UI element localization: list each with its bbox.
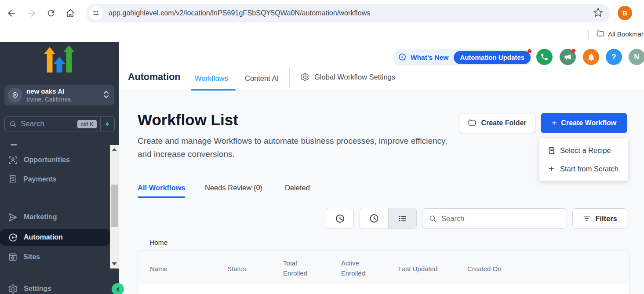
whats-new-icon xyxy=(398,53,407,62)
workflow-search-input[interactable]: Search xyxy=(422,208,567,229)
workflow-table: Name Status Total Enrolled Active Enroll… xyxy=(138,250,629,294)
view-toggle xyxy=(360,208,417,229)
scrollbar-thumb[interactable] xyxy=(111,185,118,227)
sidebar-divider xyxy=(8,198,101,198)
url-bar[interactable]: app.gohighlevel.com/v2/location/lnPS691g… xyxy=(86,4,610,22)
plus-icon: + xyxy=(547,163,556,174)
sites-icon xyxy=(8,252,18,262)
sidebar-item-automation[interactable]: Automation xyxy=(0,229,110,246)
notifications-button[interactable] xyxy=(583,49,599,65)
scrolled-item-fragment xyxy=(11,144,17,145)
list-icon xyxy=(397,213,408,224)
account-switcher[interactable]: new oaks AI Irvine, California xyxy=(4,85,114,105)
gohighlevel-logo xyxy=(44,45,75,75)
account-name: new oaks AI xyxy=(26,87,71,96)
workflow-list-section: Workflow List Create and manage Workflow… xyxy=(119,91,644,294)
browser-chrome: app.gohighlevel.com/v2/location/lnPS691g… xyxy=(0,0,644,42)
announcements-button[interactable] xyxy=(560,49,576,65)
quick-actions-button[interactable] xyxy=(100,116,115,131)
recipe-icon xyxy=(547,146,556,155)
site-info-icon[interactable] xyxy=(89,6,103,20)
tab-content-ai[interactable]: Content AI xyxy=(245,74,279,83)
lightning-bolt-icon xyxy=(104,121,111,127)
tab-workflows[interactable]: Workflows xyxy=(195,74,228,83)
browser-profile-avatar[interactable]: B xyxy=(618,6,632,20)
sidebar-item-payments[interactable]: Payments xyxy=(0,171,110,188)
create-folder-button[interactable]: Create Folder xyxy=(459,113,535,133)
shortcut-badge: ctrl K xyxy=(77,120,97,128)
search-placeholder: Search xyxy=(441,214,464,223)
bookmarks-divider xyxy=(588,29,589,39)
plus-icon: + xyxy=(552,118,557,128)
filter-icon xyxy=(582,214,591,223)
help-button[interactable]: ? xyxy=(606,49,622,65)
account-location: Irvine, California xyxy=(26,96,71,104)
breadcrumb-home[interactable]: Home xyxy=(149,239,167,247)
back-icon[interactable] xyxy=(5,7,18,19)
location-pin-icon xyxy=(7,88,22,103)
header-divider xyxy=(289,68,290,87)
scroll-down-arrow[interactable] xyxy=(112,262,117,265)
table-header-row: Name Status Total Enrolled Active Enroll… xyxy=(138,251,629,284)
url-text[interactable]: app.gohighlevel.com/v2/location/lnPS691g… xyxy=(109,9,593,17)
list-view-button[interactable] xyxy=(388,208,416,229)
sidebar-item-settings[interactable]: Settings xyxy=(0,280,110,294)
question-mark-icon: ? xyxy=(611,53,616,62)
whats-new-group[interactable]: What's New Automation Updates xyxy=(393,49,532,65)
tab-needs-review[interactable]: Needs Review (0) xyxy=(205,184,262,192)
sidebar: new oaks AI Irvine, California Search ct… xyxy=(0,42,119,294)
active-workflow-tab-underline xyxy=(138,196,185,198)
all-bookmarks-button[interactable]: All Bookmarks xyxy=(608,30,644,38)
sidebar-item-marketing[interactable]: Marketing xyxy=(0,208,110,226)
sidebar-search-placeholder: Search xyxy=(21,120,44,128)
column-header-last-updated[interactable]: Last Updated xyxy=(398,264,437,274)
enrollment-history-button[interactable] xyxy=(326,208,354,229)
column-header-created-on[interactable]: Created On xyxy=(467,264,502,274)
folder-icon xyxy=(468,119,477,127)
active-tab-underline xyxy=(191,89,236,91)
search-icon xyxy=(9,120,17,128)
sidebar-collapse-button[interactable] xyxy=(112,283,124,294)
page-title: Automation xyxy=(128,72,180,83)
home-icon[interactable] xyxy=(64,7,76,19)
tab-deleted[interactable]: Deleted xyxy=(285,184,310,192)
create-workflow-menu: Select a Recipe + Start from Scratch xyxy=(539,138,628,181)
opportunities-icon xyxy=(8,155,18,165)
reload-icon[interactable] xyxy=(45,7,57,19)
section-title: Workflow List xyxy=(138,111,238,129)
settings-gear-icon xyxy=(8,284,18,294)
megaphone-icon xyxy=(564,53,572,61)
search-icon xyxy=(429,214,437,223)
scroll-up-arrow[interactable] xyxy=(112,148,117,151)
column-header-total-enrolled[interactable]: Total Enrolled xyxy=(283,258,314,278)
sidebar-search-input[interactable]: Search ctrl K xyxy=(4,116,101,131)
filters-button[interactable]: Filters xyxy=(572,208,627,229)
bookmarks-folder-icon xyxy=(596,29,605,40)
chevron-updown-icon xyxy=(103,91,109,100)
bell-icon xyxy=(587,53,596,62)
sidebar-item-opportunities[interactable]: Opportunities xyxy=(0,151,110,169)
automation-updates-button[interactable]: Automation Updates xyxy=(454,51,531,64)
page-header: What's New Automation Updates ? N xyxy=(119,42,644,91)
app-shell: new oaks AI Irvine, California Search ct… xyxy=(0,42,644,294)
bookmark-star-icon[interactable] xyxy=(593,7,603,19)
forward-icon[interactable] xyxy=(25,7,38,19)
global-workflow-settings-link[interactable]: Global Workflow Settings xyxy=(300,73,395,82)
sidebar-scrollbar[interactable] xyxy=(110,145,119,269)
recent-view-button[interactable] xyxy=(360,208,388,229)
bookmarks-bar: All Bookmarks xyxy=(0,26,644,42)
section-description: Create and manage Workflows to automate … xyxy=(138,134,448,161)
menu-item-start-from-scratch[interactable]: + Start from Scratch xyxy=(539,160,628,178)
automation-icon xyxy=(8,232,18,243)
user-avatar[interactable]: N xyxy=(629,49,644,65)
column-header-status[interactable]: Status xyxy=(227,264,246,274)
phone-button[interactable] xyxy=(536,49,553,65)
sidebar-item-sites[interactable]: Sites xyxy=(0,248,110,266)
tab-all-workflows[interactable]: All Workflows xyxy=(138,184,186,192)
create-workflow-button[interactable]: + Create Workflow xyxy=(541,113,627,133)
history-icon xyxy=(335,213,346,224)
whats-new-label[interactable]: What's New xyxy=(411,54,448,62)
column-header-name[interactable]: Name xyxy=(150,264,167,274)
menu-item-select-recipe[interactable]: Select a Recipe xyxy=(539,141,628,160)
column-header-active-enrolled[interactable]: Active Enrolled xyxy=(341,258,372,278)
